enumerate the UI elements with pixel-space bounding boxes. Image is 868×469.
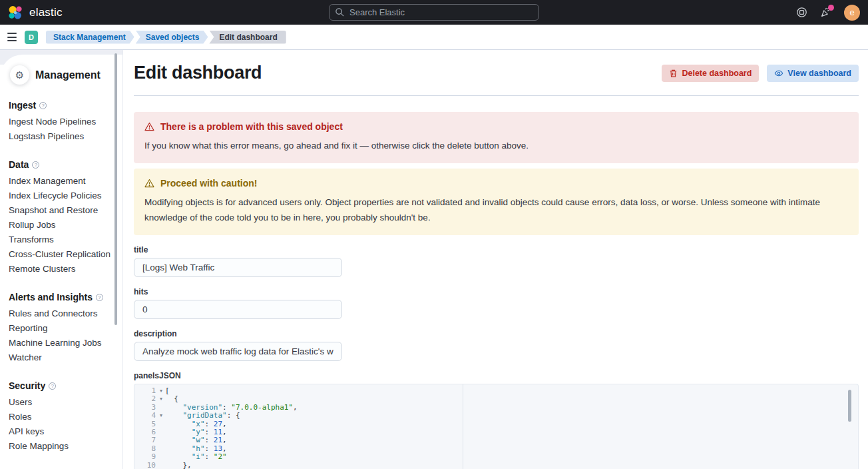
panelsjson-code-editor[interactable]: 1▾[2▾{3"version": "7.0.0-alpha1",4▾"grid… bbox=[134, 384, 859, 469]
elastic-logo-icon[interactable] bbox=[8, 5, 23, 20]
title-field-input[interactable] bbox=[134, 258, 342, 277]
help-icon[interactable] bbox=[796, 7, 807, 18]
fold-spacer bbox=[157, 462, 165, 469]
editor-scrollbar[interactable] bbox=[848, 390, 851, 422]
description-field-input[interactable] bbox=[134, 342, 342, 361]
code-line: 1▾[ bbox=[134, 387, 858, 395]
sidebar-header: ⚙ Management bbox=[9, 65, 116, 85]
page-title: Edit dashboard bbox=[134, 63, 262, 83]
fold-spacer bbox=[157, 445, 165, 453]
sidebar-item-users[interactable]: Users bbox=[9, 395, 116, 410]
code-line: 6"y": 11, bbox=[134, 428, 858, 436]
sidebar-item-index-lifecycle-policies[interactable]: Index Lifecycle Policies bbox=[9, 189, 116, 203]
warning-callout-body: Modifying objects is for advanced users … bbox=[144, 195, 848, 225]
newsfeed-icon[interactable] bbox=[820, 7, 831, 18]
section-title-data: Data? bbox=[9, 159, 116, 170]
fold-arrow-icon[interactable]: ▾ bbox=[157, 387, 165, 395]
sidebar-item-logstash-pipelines[interactable]: Logstash Pipelines bbox=[9, 129, 116, 144]
fold-spacer bbox=[157, 420, 165, 428]
sidebar-item-index-management[interactable]: Index Management bbox=[9, 174, 116, 189]
title-field-label: title bbox=[134, 245, 859, 254]
breadcrumb-bar: D Stack ManagementSaved objectsEdit dash… bbox=[0, 25, 868, 50]
alert-icon bbox=[144, 179, 154, 188]
sidebar-item-snapshot-and-restore[interactable]: Snapshot and Restore bbox=[9, 203, 116, 218]
sidebar-item-api-keys[interactable]: API keys bbox=[9, 424, 116, 439]
code-line: 5"x": 27, bbox=[134, 420, 858, 428]
hits-field-label: hits bbox=[134, 287, 859, 296]
line-number: 9 bbox=[134, 453, 157, 461]
code-line: 10}, bbox=[134, 462, 858, 469]
code-line: 9"i": "2" bbox=[134, 453, 858, 461]
section-title-ingest: Ingest? bbox=[9, 100, 116, 111]
fold-spacer bbox=[157, 428, 165, 436]
delete-dashboard-button[interactable]: Delete dashboard bbox=[662, 65, 759, 82]
user-avatar[interactable]: e bbox=[844, 5, 860, 21]
sidebar-item-reporting[interactable]: Reporting bbox=[9, 321, 116, 336]
fold-spacer bbox=[157, 453, 165, 461]
trash-icon bbox=[669, 69, 678, 78]
sidebar-item-machine-learning-jobs[interactable]: Machine Learning Jobs bbox=[9, 336, 116, 350]
brand-name: elastic bbox=[29, 6, 63, 19]
section-title-security: Security? bbox=[9, 380, 116, 391]
sidebar-title: Management bbox=[35, 69, 101, 81]
hits-field-input[interactable] bbox=[134, 300, 342, 319]
error-callout-body: If you know what this error means, go ah… bbox=[144, 138, 848, 153]
section-help-icon: ? bbox=[49, 382, 56, 390]
sidebar-item-remote-clusters[interactable]: Remote Clusters bbox=[9, 262, 116, 276]
code-line: 4▾"gridData": { bbox=[134, 412, 858, 420]
panelsjson-field-label: panelsJSON bbox=[134, 371, 859, 380]
print-margin-rule bbox=[463, 384, 463, 469]
sidebar-item-transforms[interactable]: Transforms bbox=[9, 233, 116, 247]
section-title-alerts-and-insights: Alerts and Insights? bbox=[9, 292, 116, 302]
sidebar-item-cross-cluster-replication[interactable]: Cross-Cluster Replication bbox=[9, 247, 116, 262]
sidebar-scrollbar[interactable] bbox=[114, 53, 117, 325]
error-callout-title: There is a problem with this saved objec… bbox=[160, 121, 343, 132]
line-number: 4 bbox=[134, 412, 157, 420]
global-search[interactable] bbox=[329, 4, 539, 21]
eye-icon bbox=[774, 69, 783, 78]
management-sidebar: ⚙ Management Ingest?Ingest Node Pipeline… bbox=[0, 50, 123, 469]
gear-icon: ⚙ bbox=[10, 65, 29, 85]
warning-callout: Proceed with caution! Modifying objects … bbox=[134, 169, 859, 235]
search-input[interactable] bbox=[329, 4, 539, 21]
sidebar-item-role-mappings[interactable]: Role Mappings bbox=[9, 439, 116, 454]
code-line: 7"w": 21, bbox=[134, 436, 858, 444]
sidebar-item-rules-and-connectors[interactable]: Rules and Connectors bbox=[9, 306, 116, 321]
sidebar-item-watcher[interactable]: Watcher bbox=[9, 350, 116, 365]
section-help-icon: ? bbox=[96, 294, 103, 301]
warning-callout-title: Proceed with caution! bbox=[160, 178, 257, 189]
description-field-label: description bbox=[134, 329, 859, 338]
line-number: 7 bbox=[134, 436, 157, 444]
view-dashboard-button[interactable]: View dashboard bbox=[767, 65, 859, 82]
sidebar-item-roles[interactable]: Roles bbox=[9, 410, 116, 424]
section-help-icon: ? bbox=[32, 161, 39, 169]
sidebar-item-ingest-node-pipelines[interactable]: Ingest Node Pipelines bbox=[9, 115, 116, 129]
breadcrumb-saved-objects[interactable]: Saved objects bbox=[136, 31, 208, 44]
fold-arrow-icon[interactable]: ▾ bbox=[157, 412, 165, 420]
header-divider bbox=[134, 95, 859, 96]
breadcrumb-stack-management[interactable]: Stack Management bbox=[46, 31, 134, 44]
fold-spacer bbox=[157, 436, 165, 444]
breadcrumb-edit-dashboard: Edit dashboard bbox=[209, 31, 286, 44]
main-content: Edit dashboard Delete dashboard View das… bbox=[123, 50, 868, 469]
breadcrumb: Stack ManagementSaved objectsEdit dashbo… bbox=[45, 31, 286, 44]
alert-icon bbox=[144, 122, 154, 131]
sidebar-item-rollup-jobs[interactable]: Rollup Jobs bbox=[9, 218, 116, 233]
fold-arrow-icon[interactable]: ▾ bbox=[157, 395, 165, 403]
line-number: 2 bbox=[134, 395, 157, 403]
space-avatar[interactable]: D bbox=[25, 31, 38, 44]
code-line: 3"version": "7.0.0-alpha1", bbox=[134, 404, 858, 412]
top-header: elastic e bbox=[0, 0, 868, 25]
error-callout: There is a problem with this saved objec… bbox=[134, 112, 859, 163]
line-number: 10 bbox=[134, 462, 157, 469]
section-help-icon: ? bbox=[39, 102, 47, 109]
notification-dot bbox=[828, 5, 834, 11]
code-line: 8"h": 13, bbox=[134, 445, 858, 453]
fold-spacer bbox=[157, 404, 165, 412]
search-icon bbox=[335, 7, 345, 17]
menu-icon[interactable] bbox=[6, 31, 18, 43]
